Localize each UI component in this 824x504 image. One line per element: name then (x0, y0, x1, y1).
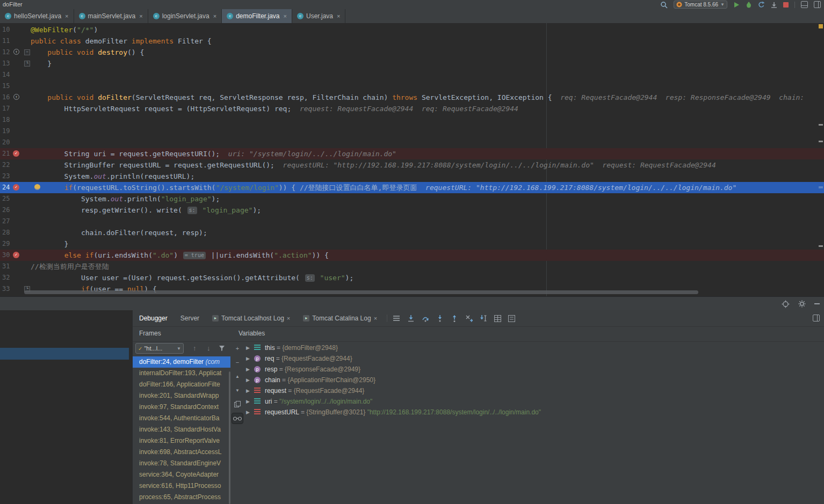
code-line[interactable]: 30✓ else if(uri.endsWith(".do") = true |… (0, 250, 824, 261)
hide-icon[interactable] (814, 303, 820, 304)
editor-tab[interactable]: chelloServlet.java× (0, 9, 74, 23)
layout-restore-icon[interactable] (813, 315, 820, 322)
layout-settings-icon[interactable] (393, 315, 400, 322)
view-as-table-icon[interactable] (494, 315, 501, 322)
close-icon[interactable]: × (284, 13, 287, 19)
expand-arrow-icon[interactable]: ▶ (246, 353, 250, 364)
close-icon[interactable]: × (287, 315, 290, 322)
layout-right-icon[interactable] (814, 1, 821, 8)
frame-row[interactable]: doFilter:166, ApplicationFilte (133, 379, 230, 390)
expand-arrow-icon[interactable]: ▶ (246, 342, 250, 353)
editor-tab[interactable]: cdemoFilter.java× (222, 9, 292, 23)
step-out-icon[interactable] (451, 315, 458, 322)
variable-row[interactable]: ▶uri = "/system/login/../../login/main.d… (243, 396, 824, 407)
code-line[interactable]: 16↑ public void doFilter(ServletRequest … (0, 92, 824, 103)
code-line[interactable]: 14 (0, 69, 824, 81)
code-line[interactable]: 19 (0, 126, 824, 137)
search-icon[interactable] (660, 1, 668, 9)
duplicate-icon[interactable] (232, 397, 243, 411)
expand-arrow-icon[interactable]: ▶ (246, 385, 250, 396)
code-editor[interactable]: 10@WebFilter("/*")11public class demoFil… (0, 23, 824, 296)
stop-button[interactable] (783, 2, 789, 8)
close-icon[interactable]: × (65, 13, 68, 19)
code-line[interactable]: 11public class demoFilter implements Fil… (0, 35, 824, 47)
frame-row[interactable]: invoke:698, AbstractAccessL (133, 447, 230, 458)
editor-tab[interactable]: cmainServlet.java× (74, 9, 148, 23)
expand-arrow-icon[interactable]: ▶ (246, 407, 250, 418)
frame-row[interactable]: invoke:97, StandardContext (133, 401, 230, 413)
stripe-mark[interactable] (819, 186, 823, 188)
next-frame-icon[interactable]: ↓ (207, 344, 211, 352)
code-line[interactable]: 15 (0, 81, 824, 92)
code-line[interactable]: 20 (0, 137, 824, 148)
coverage-button[interactable] (758, 1, 765, 8)
breakpoint-icon[interactable]: ✓ (13, 150, 19, 157)
stripe-mark[interactable] (819, 245, 823, 247)
frame-row[interactable]: process:65, AbstractProcess (133, 492, 230, 503)
layout-bottom-icon[interactable] (801, 1, 808, 8)
close-icon[interactable]: × (337, 13, 340, 19)
code-line[interactable]: 17 HttpServletRequest request = (HttpSer… (0, 103, 824, 114)
code-line[interactable]: 26 resp.getWriter(). write( s: "login_pa… (0, 204, 824, 216)
code-line[interactable]: 13└ } (0, 58, 824, 69)
prev-frame-icon[interactable]: ↑ (193, 344, 197, 352)
variable-row[interactable]: ▶requestURL = {StringBuffer@3021} "http:… (243, 407, 824, 418)
target-icon[interactable] (782, 300, 790, 308)
variable-row[interactable]: ▶pchain = {ApplicationFilterChain@2950} (243, 375, 824, 385)
frame-row[interactable]: service:364, CoyoteAdapter (133, 469, 230, 480)
frame-row[interactable]: invoke:143, StandardHostVa (133, 424, 230, 435)
move-up-icon[interactable]: ▲ (232, 369, 243, 383)
frame-row[interactable]: doFilter:24, demoFilter (com (133, 356, 230, 368)
filter-icon[interactable] (219, 345, 225, 352)
code-line[interactable]: 18 (0, 114, 824, 126)
frame-row[interactable]: invoke:201, StandardWrapp (133, 390, 230, 401)
settings-panel-icon[interactable] (508, 315, 515, 322)
horizontal-scrollbar[interactable] (24, 290, 698, 294)
debug-tab[interactable]: ▸Tomcat Localhost Log× (206, 310, 297, 326)
code-line[interactable]: 23 System.out.println(requestURL); (0, 171, 824, 182)
show-watches-icon[interactable] (232, 411, 243, 425)
debug-tab[interactable]: ▸Tomcat Catalina Log× (297, 310, 384, 326)
stripe-mark[interactable] (819, 124, 823, 126)
override-method-icon[interactable]: ↑ (13, 94, 19, 100)
expand-arrow-icon[interactable]: ▶ (246, 364, 250, 375)
run-to-cursor-icon[interactable] (480, 315, 487, 322)
code-line[interactable]: 10@WebFilter("/*") (0, 24, 824, 35)
code-line[interactable]: 32 User user =(User) request.getSession(… (0, 272, 824, 283)
frames-scrollbar[interactable] (229, 371, 230, 504)
code-line[interactable]: 25 System.out.println("login_page"); (0, 193, 824, 204)
remove-watch-icon[interactable]: − (232, 355, 243, 369)
frame-row[interactable]: invoke:81, ErrorReportValve (133, 435, 230, 447)
close-icon[interactable]: × (213, 13, 216, 19)
add-watch-icon[interactable]: + (232, 341, 243, 355)
update-application-button[interactable] (771, 2, 777, 8)
breakpoint-icon[interactable]: ✓ (13, 184, 19, 191)
frame-row[interactable]: internalDoFilter:193, Applicat (133, 368, 230, 379)
drop-frame-icon[interactable] (465, 315, 473, 322)
override-method-icon[interactable]: ↑ (13, 49, 19, 55)
variable-row[interactable]: ▶this = {demoFilter@2948} (243, 342, 824, 353)
code-line[interactable]: 21✓ String uri = request.getRequestURI()… (0, 148, 824, 159)
close-icon[interactable]: × (139, 13, 142, 19)
expand-arrow-icon[interactable]: ▶ (246, 396, 250, 407)
variable-row[interactable]: ▶presp = {ResponseFacade@2949} (243, 364, 824, 375)
frame-row[interactable]: service:616, Http11Processo (133, 480, 230, 492)
step-into-icon[interactable] (436, 315, 444, 322)
debug-tab[interactable]: Debugger (133, 310, 174, 326)
run-configuration-select[interactable]: Tomcat 8.5.66 ▼ (674, 1, 727, 9)
debug-tab[interactable]: Server (174, 310, 206, 326)
thread-selector[interactable]: ✓ "ht...l... ▼ (135, 343, 184, 354)
code-line[interactable]: 31//检测当前用户是否登陆 (0, 261, 824, 272)
show-execution-point-icon[interactable] (407, 315, 415, 322)
fold-marker[interactable]: └ (24, 61, 30, 67)
move-down-icon[interactable]: ▼ (232, 383, 243, 397)
code-line[interactable]: 27 (0, 216, 824, 227)
frame-row[interactable]: invoke:78, StandardEngineV (133, 458, 230, 469)
code-line[interactable]: 12↑− public void destroy() { (0, 47, 824, 58)
editor-tab[interactable]: cloginServlet.java× (148, 9, 222, 23)
fold-marker[interactable]: − (24, 49, 30, 55)
close-icon[interactable]: × (374, 315, 377, 322)
breakpoint-icon[interactable]: ✓ (13, 252, 19, 258)
code-line[interactable]: 24✓ if(requestURL.toString().startsWith(… (0, 182, 824, 193)
stripe-mark[interactable] (819, 24, 823, 28)
